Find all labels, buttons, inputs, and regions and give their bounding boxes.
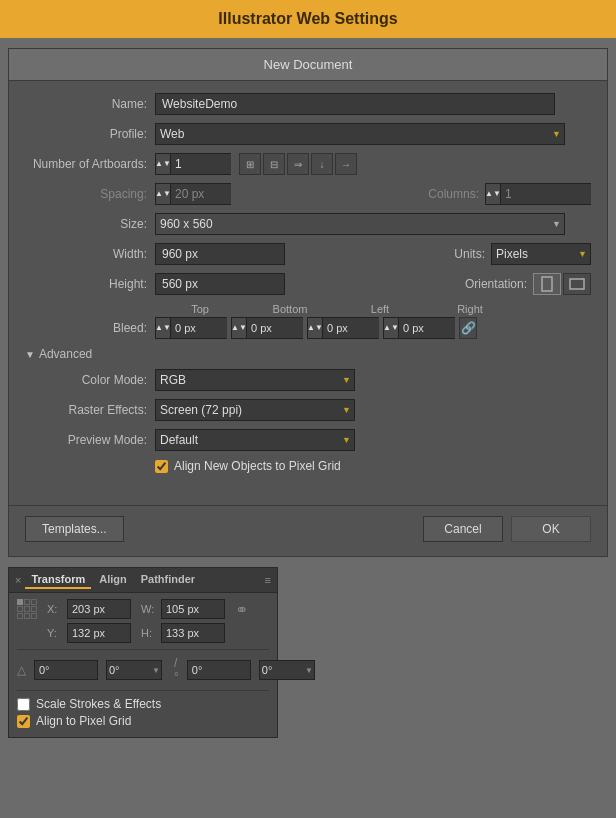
panel-yh-row: Y: H: [17,623,269,643]
ok-button[interactable]: OK [511,516,591,542]
profile-label: Profile: [25,127,155,141]
bleed-right-spinner[interactable]: ▲▼ [383,317,399,339]
columns-input[interactable] [501,183,591,205]
profile-select[interactable]: Web Print Video and Film Mobile and Devi… [155,123,565,145]
panel-divider-2 [17,690,269,691]
x-field-group: X: [47,599,131,619]
bleed-left-group: ▲▼ [307,317,379,339]
reference-point-grid[interactable] [17,599,37,619]
scale-strokes-checkbox[interactable] [17,698,30,711]
panel-tabs: Transform Align Pathfinder [25,571,264,589]
scale-strokes-row: Scale Strokes & Effects [17,697,269,711]
width-row: Width: Units: Pixels Inches Centimeters … [25,243,591,265]
align-pixel-checkbox[interactable] [155,460,168,473]
panel-xw-row: X: W: ⚭ [17,599,269,619]
wh-link-icon[interactable]: ⚭ [235,600,248,619]
shear-input[interactable] [187,660,251,680]
color-mode-row: Color Mode: RGB CMYK Grayscale [25,369,591,391]
bleed-right-group: ▲▼ [383,317,455,339]
rotate-select[interactable]: 0° 90° 180° 270° [106,660,162,680]
artboards-spinner-up[interactable]: ▲▼ [155,153,171,175]
spacing-label: Spacing: [25,187,155,201]
artboard-grid-icon[interactable]: ⊞ [239,153,261,175]
color-mode-select[interactable]: RGB CMYK Grayscale [155,369,355,391]
panel-align-pixel-row: Align to Pixel Grid [17,714,269,728]
dialog-body: Name: Profile: Web Print Video and Film … [9,81,607,497]
advanced-label: Advanced [39,347,92,361]
artboard-down-icon[interactable]: ↓ [311,153,333,175]
bleed-left-input[interactable] [323,317,379,339]
spacing-input[interactable] [171,183,231,205]
w-input[interactable] [161,599,225,619]
bleed-bottom-input[interactable] [247,317,303,339]
artboard-arrange-icon[interactable]: ⇒ [287,153,309,175]
align-pixel-row: Align New Objects to Pixel Grid [155,459,591,473]
size-select[interactable]: 960 x 560 1024 x 768 1280 x 800 800 x 60… [155,213,565,235]
bleed-left-header: Left [335,303,425,315]
h-label: H: [141,627,159,639]
height-row: Height: Orientation: [25,273,591,295]
app-title-bar: Illustrator Web Settings [0,0,616,38]
artboards-label: Number of Artboards: [25,157,155,171]
orientation-landscape-btn[interactable] [563,273,591,295]
spacing-spinner[interactable]: ▲▼ [155,183,171,205]
panel-divider-1 [17,649,269,650]
width-label: Width: [25,247,155,261]
raster-effects-select-wrapper: Screen (72 ppi) Medium (150 ppi) High (3… [155,399,355,421]
templates-button[interactable]: Templates... [25,516,124,542]
preview-mode-label: Preview Mode: [25,433,155,447]
cancel-button[interactable]: Cancel [423,516,503,542]
width-input[interactable] [155,243,285,265]
size-label: Size: [25,217,155,231]
units-label: Units: [454,247,485,261]
color-mode-label: Color Mode: [25,373,155,387]
w-field-group: W: [141,599,225,619]
advanced-toggle[interactable]: ▼ Advanced [25,347,591,361]
panel-align-pixel-checkbox[interactable] [17,715,30,728]
orientation-group: Orientation: [465,273,591,295]
raster-effects-label: Raster Effects: [25,403,155,417]
profile-row: Profile: Web Print Video and Film Mobile… [25,123,591,145]
tab-align[interactable]: Align [93,571,133,589]
height-input[interactable] [155,273,285,295]
x-input[interactable] [67,599,131,619]
artboard-icon-group: ⊞ ⊟ ⇒ ↓ → [239,153,357,175]
bleed-left-spinner[interactable]: ▲▼ [307,317,323,339]
scale-strokes-label: Scale Strokes & Effects [36,697,161,711]
svg-rect-0 [542,277,552,291]
columns-spinner[interactable]: ▲▼ [485,183,501,205]
h-input[interactable] [161,623,225,643]
bleed-link-icon[interactable]: 🔗 [459,317,477,339]
rotate-input[interactable] [34,660,98,680]
dialog-action-buttons: Cancel OK [423,516,591,542]
shear-select[interactable]: 0° 45° -45° [259,660,315,680]
tab-transform[interactable]: Transform [25,571,91,589]
artboards-row: Number of Artboards: ▲▼ ⊞ ⊟ ⇒ ↓ → [25,153,591,175]
panel-close-button[interactable]: × [15,574,21,586]
bleed-top-header: Top [155,303,245,315]
raster-effects-select[interactable]: Screen (72 ppi) Medium (150 ppi) High (3… [155,399,355,421]
bleed-bottom-spinner[interactable]: ▲▼ [231,317,247,339]
orientation-portrait-btn[interactable] [533,273,561,295]
panel-align-pixel-label: Align to Pixel Grid [36,714,131,728]
bleed-top-input[interactable] [171,317,227,339]
app-title: Illustrator Web Settings [218,10,397,27]
y-field-group: Y: [47,623,131,643]
preview-mode-select-wrapper: Default Pixel Overprint [155,429,355,451]
preview-mode-select[interactable]: Default Pixel Overprint [155,429,355,451]
name-input[interactable] [155,93,555,115]
spacing-row: Spacing: ▲▼ Columns: ▲▼ [25,183,591,205]
units-select[interactable]: Pixels Inches Centimeters Millimeters Po… [491,243,591,265]
y-input[interactable] [67,623,131,643]
bleed-right-input[interactable] [399,317,455,339]
artboard-grid2-icon[interactable]: ⊟ [263,153,285,175]
bleed-top-spinner[interactable]: ▲▼ [155,317,171,339]
advanced-section: ▼ Advanced Color Mode: RGB CMYK Grayscal… [25,347,591,473]
artboard-right-icon[interactable]: → [335,153,357,175]
artboards-input[interactable] [171,153,231,175]
svg-rect-1 [570,279,584,289]
shear-select-wrapper: 0° 45° -45° [259,660,315,680]
panel-menu-button[interactable]: ≡ [265,574,271,586]
bleed-bottom-group: ▲▼ [231,317,303,339]
tab-pathfinder[interactable]: Pathfinder [135,571,201,589]
